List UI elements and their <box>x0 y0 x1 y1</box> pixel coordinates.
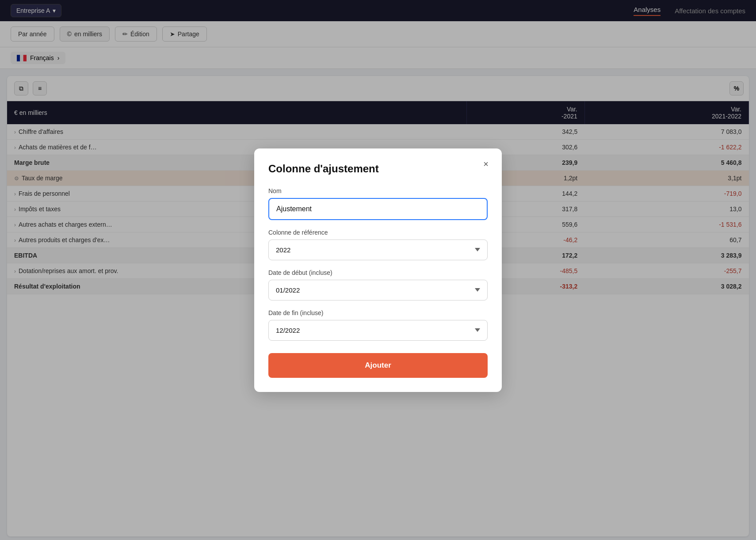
end-date-select[interactable]: 12/2022 11/2022 10/2022 <box>268 320 488 341</box>
end-date-label: Date de fin (incluse) <box>268 309 488 316</box>
modal-close-button[interactable]: × <box>479 157 493 171</box>
start-date-select[interactable]: 01/2022 02/2022 03/2022 <box>268 280 488 300</box>
modal: × Colonne d'ajustement Nom Colonne de ré… <box>254 148 502 392</box>
end-date-group: Date de fin (incluse) 12/2022 11/2022 10… <box>268 309 488 341</box>
add-button[interactable]: Ajouter <box>268 353 488 378</box>
start-date-group: Date de début (incluse) 01/2022 02/2022 … <box>268 269 488 300</box>
modal-title: Colonne d'ajustement <box>268 163 488 175</box>
reference-label: Colonne de référence <box>268 229 488 236</box>
start-date-label: Date de début (incluse) <box>268 269 488 276</box>
reference-group: Colonne de référence 2022 2021 2023 <box>268 229 488 260</box>
modal-overlay[interactable]: × Colonne d'ajustement Nom Colonne de ré… <box>0 0 756 540</box>
name-label: Nom <box>268 187 488 194</box>
reference-select[interactable]: 2022 2021 2023 <box>268 240 488 260</box>
name-input[interactable] <box>268 198 488 220</box>
name-group: Nom <box>268 187 488 220</box>
